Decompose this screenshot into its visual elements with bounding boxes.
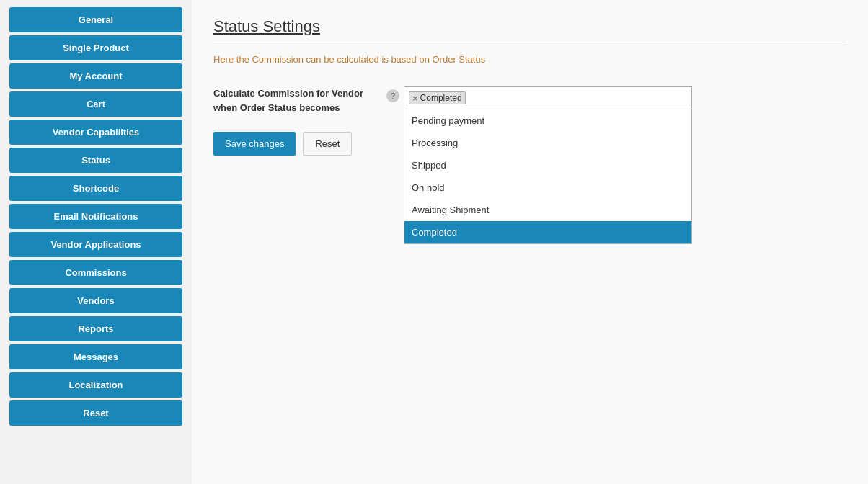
sidebar-item-localization[interactable]: Localization [9, 372, 182, 398]
dropdown-option-pending-payment[interactable]: Pending payment [404, 109, 691, 132]
sidebar: GeneralSingle ProductMy AccountCartVendo… [0, 0, 192, 484]
save-button[interactable]: Save changes [213, 132, 296, 156]
select2-dropdown: Pending paymentProcessingShippedOn holdA… [404, 109, 692, 244]
sidebar-item-vendor-capabilities[interactable]: Vendor Capabilities [9, 120, 182, 145]
sidebar-item-general[interactable]: General [9, 7, 182, 32]
subtitle: Here the Commission can be calculated is… [213, 54, 846, 65]
main-content: Status Settings Here the Commission can … [192, 0, 868, 484]
form-control-area: ? × Completed Pending paymentProcessingS… [386, 86, 692, 109]
sidebar-item-my-account[interactable]: My Account [9, 63, 182, 89]
sidebar-item-reports[interactable]: Reports [9, 316, 182, 341]
select2-input-box[interactable]: × Completed [404, 86, 692, 109]
form-section: Calculate Commission for Vendor when Ord… [213, 86, 846, 115]
help-icon[interactable]: ? [386, 89, 399, 102]
form-label: Calculate Commission for Vendor when Ord… [213, 88, 363, 113]
select2-search-input[interactable] [469, 93, 687, 104]
dropdown-option-on-hold[interactable]: On hold [404, 176, 691, 199]
reset-button[interactable]: Reset [303, 132, 352, 156]
tag-text: Completed [420, 93, 462, 103]
sidebar-item-vendors[interactable]: Vendors [9, 288, 182, 313]
dropdown-option-completed[interactable]: Completed [404, 221, 691, 243]
sidebar-item-reset[interactable]: Reset [9, 400, 182, 426]
dropdown-option-shipped[interactable]: Shipped [404, 154, 691, 176]
sidebar-item-vendor-applications[interactable]: Vendor Applications [9, 232, 182, 257]
sidebar-item-messages[interactable]: Messages [9, 344, 182, 369]
sidebar-item-status[interactable]: Status [9, 148, 182, 173]
dropdown-option-awaiting-shipment[interactable]: Awaiting Shipment [404, 199, 691, 221]
sidebar-item-cart[interactable]: Cart [9, 91, 182, 117]
sidebar-item-shortcode[interactable]: Shortcode [9, 176, 182, 201]
dropdown-option-processing[interactable]: Processing [404, 132, 691, 154]
page-title: Status Settings [213, 17, 846, 42]
sidebar-item-commissions[interactable]: Commissions [9, 260, 182, 285]
tag-remove-icon[interactable]: × [412, 94, 418, 103]
select2-container[interactable]: × Completed Pending paymentProcessingShi… [404, 86, 692, 109]
selected-tag: × Completed [409, 91, 466, 104]
form-label-area: Calculate Commission for Vendor when Ord… [213, 86, 372, 115]
sidebar-item-single-product[interactable]: Single Product [9, 35, 182, 60]
sidebar-item-email-notifications[interactable]: Email Notifications [9, 204, 182, 229]
